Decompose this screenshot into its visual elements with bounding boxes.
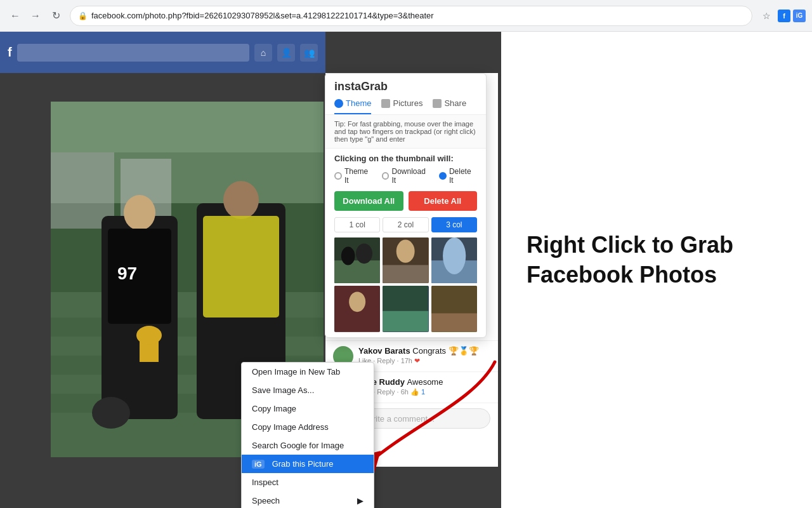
svg-text:97: 97 [117, 264, 137, 283]
context-menu-item-inspect[interactable]: Inspect [242, 473, 374, 491]
tab-share[interactable]: Share [433, 98, 466, 114]
speech-label: Speech [252, 496, 280, 505]
back-button[interactable]: ← [6, 7, 24, 25]
browser-nav-buttons: ← → ↻ [6, 7, 65, 25]
forward-button[interactable]: → [27, 7, 44, 25]
facebook-logo: f [8, 45, 12, 60]
svg-rect-32 [383, 311, 428, 332]
svg-point-16 [92, 397, 130, 429]
browser-actions: ☆ f iG [757, 7, 806, 25]
star-icon[interactable]: ☆ [757, 7, 775, 25]
download-all-button[interactable]: Download All [334, 191, 403, 211]
thumbnail-3[interactable] [431, 237, 477, 283]
pictures-tab-icon [381, 99, 390, 108]
radio-theme-it-btn[interactable] [334, 172, 342, 180]
thumbnail-1[interactable] [334, 237, 380, 283]
svg-point-25 [396, 240, 415, 263]
context-menu-item-copy-address[interactable]: Copy Image Address [242, 418, 374, 436]
click-label: Clicking on the thumbnail will: [334, 154, 477, 163]
col-tab-2[interactable]: 2 col [383, 217, 428, 232]
thumbnail-4[interactable] [334, 286, 380, 331]
col-tab-3[interactable]: 3 col [431, 217, 477, 232]
share-tab-icon [433, 99, 442, 108]
facebook-topbar: f ⌂ 👤 👥 [0, 32, 325, 73]
speech-arrow-icon: ▶ [357, 496, 363, 505]
svg-point-30 [349, 292, 365, 312]
copy-address-label: Copy Image Address [252, 422, 329, 432]
svg-point-18 [136, 326, 162, 345]
thumbnail-grid [334, 237, 477, 332]
radio-delete-it[interactable]: Delete It [439, 167, 477, 185]
fb-home-icon[interactable]: ⌂ [254, 44, 272, 62]
address-bar[interactable]: 🔒 facebook.com/photo.php?fbid=2626102930… [70, 6, 752, 26]
search-google-label: Search Google for Image [252, 441, 344, 450]
fb-nav-icons: ⌂ 👤 👥 [254, 44, 318, 62]
svg-point-28 [443, 237, 466, 274]
comment-text-3: Awesome [407, 377, 443, 387]
ig-badge: iG [252, 460, 265, 469]
svg-point-14 [223, 181, 259, 219]
radio-delete-it-btn[interactable] [439, 172, 447, 180]
thumbnail-5[interactable] [383, 286, 428, 331]
grab-picture-label: Grab this Picture [272, 459, 334, 469]
inspect-label: Inspect [252, 478, 278, 487]
col-tabs: 1 col 2 col 3 col [334, 217, 477, 232]
comment-body-2: Yakov Barats Congrats 🏆🥇🏆 Like · Reply ·… [358, 346, 490, 366]
context-menu: Open Image in New Tab Save Image As... C… [241, 362, 374, 508]
instagrab-panel: instaGrab Theme Pictures Share Tip: For … [325, 73, 487, 338]
lock-icon: 🔒 [78, 11, 88, 20]
delete-all-button[interactable]: Delete All [409, 191, 478, 211]
radio-delete-it-label: Delete It [449, 167, 477, 185]
open-new-tab-label: Open Image in New Tab [252, 367, 340, 377]
annotation-text: Right Click to GrabFacebook Photos [527, 231, 787, 290]
svg-rect-20 [334, 260, 380, 283]
browser-chrome: ← → ↻ 🔒 facebook.com/photo.php?fbid=2626… [0, 0, 812, 32]
radio-theme-it[interactable]: Theme It [334, 167, 374, 185]
svg-rect-6 [51, 102, 324, 152]
fb-groups-icon[interactable]: 👥 [300, 44, 318, 62]
url-text: facebook.com/photo.php?fbid=262610293078… [91, 11, 744, 20]
instagrab-main-section: Clicking on the thumbnail will: Theme It… [325, 149, 486, 337]
context-menu-item-open-new-tab[interactable]: Open Image in New Tab [242, 363, 374, 381]
svg-point-22 [356, 243, 372, 264]
svg-point-10 [124, 195, 155, 231]
pictures-tab-label: Pictures [393, 98, 422, 108]
share-tab-label: Share [444, 98, 466, 108]
context-menu-item-search-google[interactable]: Search Google for Image [242, 436, 374, 455]
context-menu-item-grab-picture[interactable]: iG Grab this Picture [242, 455, 374, 473]
col-tab-1[interactable]: 1 col [334, 217, 380, 232]
radio-download-it-btn[interactable] [382, 172, 390, 180]
comment-text-2: Congrats 🏆🥇🏆 [412, 346, 478, 356]
comment-input[interactable]: Write a comment... [358, 408, 490, 429]
theme-tab-label: Theme [346, 98, 371, 108]
fb-friends-icon[interactable]: 👤 [277, 44, 295, 62]
comment-meta-2: Like · Reply · 17h ❤ [358, 357, 490, 365]
svg-rect-15 [203, 216, 279, 318]
comment-author-2: Yakov Barats [358, 346, 412, 356]
thumbnail-6[interactable] [431, 286, 477, 331]
annotation-area: Right Click to GrabFacebook Photos [501, 32, 812, 508]
tab-theme[interactable]: Theme [334, 98, 371, 114]
extension-icon-fb: f [778, 10, 790, 22]
instagrab-title: instaGrab [325, 74, 486, 93]
facebook-search[interactable] [17, 44, 249, 62]
facebook-background: f ⌂ 👤 👥 [0, 32, 501, 508]
svg-rect-24 [383, 265, 428, 283]
refresh-button[interactable]: ↻ [47, 7, 65, 25]
radio-theme-it-label: Theme It [344, 167, 374, 185]
comment-body-3: Mike Ruddy Awesome Like · Reply · 6h 👍 1 [358, 377, 490, 398]
thumbnail-2[interactable] [383, 237, 428, 283]
radio-group: Theme It Download It Delete It [334, 167, 477, 185]
extension-icon-ig: iG [793, 10, 806, 22]
context-menu-item-speech[interactable]: Speech ▶ [242, 491, 374, 508]
svg-point-21 [341, 246, 355, 265]
tab-pictures[interactable]: Pictures [381, 98, 422, 114]
instagrab-tabs: Theme Pictures Share [325, 93, 486, 115]
context-menu-item-copy-image[interactable]: Copy Image [242, 399, 374, 418]
ig-action-buttons: Download All Delete All [334, 191, 477, 211]
context-menu-item-save-image[interactable]: Save Image As... [242, 381, 374, 399]
svg-rect-34 [431, 314, 477, 332]
main-content: f ⌂ 👤 👥 [0, 32, 812, 508]
instagrab-tip: Tip: For fast grabbing, mouse over the i… [325, 115, 486, 149]
radio-download-it[interactable]: Download It [382, 167, 431, 185]
